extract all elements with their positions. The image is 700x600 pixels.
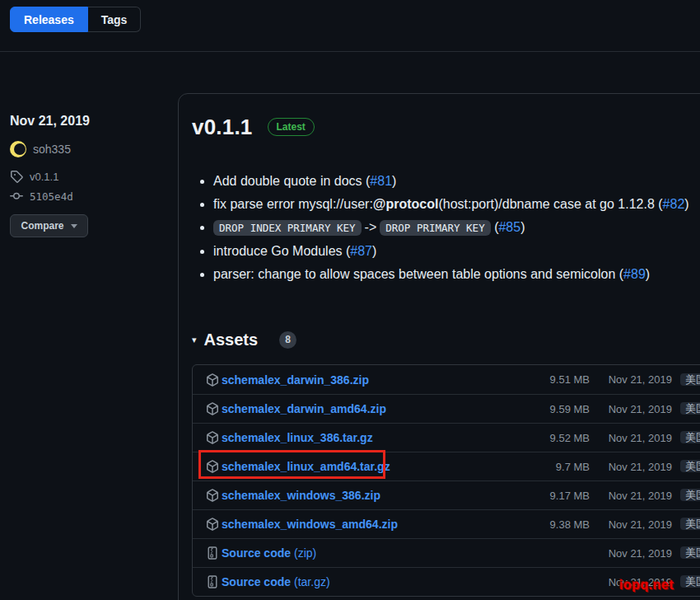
asset-row: schemalex_linux_386.tar.gz 9.52 MB Nov 2… (193, 423, 700, 452)
tag-icon (10, 170, 23, 183)
asset-flag-cell: 美国 (680, 427, 700, 448)
issue-link[interactable]: #87 (350, 244, 372, 258)
source-code-link[interactable]: Source code (222, 546, 291, 560)
note-text: ) (684, 197, 688, 211)
tab-releases[interactable]: Releases (10, 7, 88, 32)
asset-flag-cell: 美国 (680, 571, 700, 593)
release-sidebar: Nov 21, 2019 soh335 v0.1.1 5105e4d Compa… (10, 114, 168, 237)
note-text: (host:port)/dbname case at go 1.12.8 ( (438, 197, 662, 211)
package-icon (206, 431, 219, 444)
releases-tags-switcher: Releases Tags (10, 7, 141, 32)
translate-region-badge[interactable]: 美国 (680, 575, 700, 588)
asset-link[interactable]: schemalex_darwin_amd64.zip (222, 402, 386, 415)
issue-link[interactable]: #85 (498, 220, 520, 234)
mention[interactable]: @protocol (373, 197, 439, 211)
asset-row: schemalex_windows_386.zip 9.17 MB Nov 21… (193, 480, 700, 509)
code-span: DROP PRIMARY KEY (380, 220, 490, 236)
package-icon (206, 373, 219, 387)
note-text: ) (392, 174, 396, 188)
tag-row: v0.1.1 (10, 170, 168, 183)
release-version-title: v0.1.1 (192, 115, 253, 140)
note-text: parser: change to allow spaces between t… (213, 267, 623, 281)
note-text: ) (646, 267, 650, 281)
asset-date: Nov 21, 2019 (602, 518, 672, 531)
asset-link[interactable]: schemalex_windows_386.zip (222, 489, 380, 502)
release-card: v0.1.1 Latest Add double quote in docs (… (178, 93, 700, 600)
issue-link[interactable]: #89 (623, 267, 646, 281)
asset-flag-cell: 美国 (680, 456, 700, 477)
asset-name-cell: schemalex_darwin_amd64.zip (206, 402, 524, 415)
package-icon (206, 460, 219, 473)
assets-table: schemalex_darwin_386.zip 9.51 MB Nov 21,… (192, 364, 700, 597)
note-text: introduce Go Modules ( (213, 244, 350, 258)
asset-name-cell: schemalex_darwin_386.zip (206, 373, 524, 387)
latest-badge: Latest (268, 118, 315, 136)
assets-heading: Assets (204, 330, 259, 349)
chevron-down-icon (71, 224, 77, 228)
release-note: Add double quote in docs (#81) (213, 173, 700, 189)
issue-link[interactable]: #81 (370, 174, 392, 188)
commit-icon (10, 190, 23, 203)
commit-sha[interactable]: 5105e4d (30, 190, 73, 203)
watermark: iopq.net (619, 578, 674, 593)
avatar[interactable] (10, 141, 26, 157)
asset-flag-cell: 美国 (680, 369, 700, 391)
release-note: introduce Go Modules (#87) (213, 243, 700, 259)
package-icon (206, 489, 219, 502)
header-divider (0, 51, 700, 52)
asset-date: Nov 21, 2019 (602, 432, 672, 444)
asset-date: Nov 21, 2019 (602, 490, 672, 502)
asset-link[interactable]: schemalex_linux_386.tar.gz (222, 431, 373, 444)
author-row: soh335 (10, 141, 168, 157)
release-title-row: v0.1.1 Latest (192, 112, 700, 142)
asset-name-cell: schemalex_linux_386.tar.gz (206, 431, 524, 444)
asset-name-cell: schemalex_linux_amd64.tar.gz (206, 460, 524, 473)
tab-tags[interactable]: Tags (88, 7, 142, 32)
asset-date: Nov 21, 2019 (602, 373, 672, 386)
asset-size: 9.52 MB (524, 432, 590, 444)
asset-flag-cell: 美国 (680, 398, 700, 420)
asset-flag-cell: 美国 (680, 485, 700, 506)
asset-link[interactable]: schemalex_windows_amd64.zip (222, 518, 398, 531)
zip-file-icon (206, 575, 219, 588)
asset-flag-cell: 美国 (680, 513, 700, 535)
asset-row-highlighted: schemalex_linux_amd64.tar.gz 9.7 MB Nov … (193, 452, 700, 480)
commit-row: 5105e4d (10, 190, 168, 203)
note-text: ) (520, 220, 525, 234)
asset-name-cell: Source code (tar.gz) (206, 575, 524, 588)
issue-link[interactable]: #82 (663, 197, 685, 211)
asset-size: 9.51 MB (524, 373, 590, 386)
asset-name-cell: Source code (zip) (206, 546, 524, 560)
package-icon (206, 518, 219, 531)
asset-date: Nov 21, 2019 (602, 547, 672, 560)
asset-date: Nov 21, 2019 (602, 403, 672, 415)
translate-region-badge[interactable]: 美国 (680, 431, 700, 443)
asset-date: Nov 21, 2019 (602, 461, 672, 473)
asset-row: schemalex_darwin_amd64.zip 9.59 MB Nov 2… (193, 394, 700, 423)
translate-region-badge[interactable]: 美国 (680, 373, 700, 386)
asset-row: schemalex_darwin_386.zip 9.51 MB Nov 21,… (193, 365, 700, 394)
asset-size: 9.17 MB (524, 490, 590, 502)
release-note: parser: change to allow spaces between t… (213, 266, 700, 282)
translate-region-badge[interactable]: 美国 (680, 460, 700, 472)
compare-button[interactable]: Compare (10, 214, 88, 237)
note-text: -> (365, 220, 377, 234)
source-code-row: Source code (zip) Nov 21, 2019 美国 (193, 538, 700, 567)
asset-link[interactable]: schemalex_darwin_386.zip (222, 373, 369, 387)
translate-region-badge[interactable]: 美国 (680, 489, 700, 501)
translate-region-badge[interactable]: 美国 (680, 518, 700, 530)
source-code-link[interactable]: Source code (222, 575, 291, 588)
asset-name-cell: schemalex_windows_386.zip (206, 489, 524, 502)
source-code-suffix[interactable]: (zip) (294, 546, 316, 560)
source-code-suffix[interactable]: (tar.gz) (294, 575, 330, 588)
code-span: DROP INDEX PRIMARY KEY (213, 220, 362, 236)
asset-name-cell: schemalex_windows_amd64.zip (206, 518, 524, 531)
translate-region-badge[interactable]: 美国 (680, 402, 700, 415)
asset-link[interactable]: schemalex_linux_amd64.tar.gz (222, 460, 390, 473)
translate-region-badge[interactable]: 美国 (680, 546, 700, 559)
author-name[interactable]: soh335 (33, 143, 71, 156)
zip-file-icon (206, 546, 219, 560)
release-note: fix parse error mysql://user:@protocol(h… (213, 196, 700, 212)
assets-toggle[interactable]: ▾ Assets 8 (192, 328, 700, 351)
tag-name: v0.1.1 (30, 171, 58, 183)
